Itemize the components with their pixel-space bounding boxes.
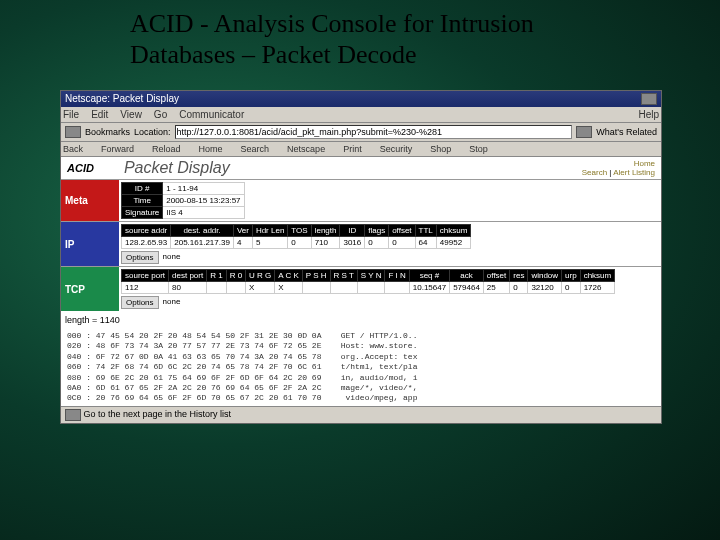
header-links: Home Search | Alert Listing [582,159,655,177]
related-label[interactable]: What's Related [596,127,657,137]
menu-view[interactable]: View [120,109,142,120]
nav-back[interactable]: Back [63,144,83,154]
nav-shop[interactable]: Shop [430,144,451,154]
page-title: Packet Display [124,159,230,177]
meta-table: ID #1 - 11-94 Time2000-08-15 13:23:57 Si… [121,182,245,219]
menu-bar: File Edit View Go Communicator Help [61,107,661,123]
nav-forward[interactable]: Forward [101,144,134,154]
tcp-label: TCP [61,267,119,311]
page-header: ACID Packet Display Home Search | Alert … [61,157,661,179]
tcp-options-value: none [159,296,185,309]
nav-toolbar: Back Forward Reload Home Search Netscape… [61,142,661,157]
status-icon [65,409,81,421]
nav-search[interactable]: Search [241,144,270,154]
menu-help[interactable]: Help [638,109,659,120]
menu-go[interactable]: Go [154,109,167,120]
meta-section: Meta ID #1 - 11-94 Time2000-08-15 13:23:… [61,179,661,221]
menu-edit[interactable]: Edit [91,109,108,120]
link-search[interactable]: Search [582,168,607,177]
acid-logo: ACID [67,162,94,174]
nav-stop[interactable]: Stop [469,144,488,154]
url-input[interactable] [175,125,573,139]
bookmarks-label[interactable]: Bookmarks [85,127,130,137]
nav-print[interactable]: Print [343,144,362,154]
nav-reload[interactable]: Reload [152,144,181,154]
tcp-options-label: Options [121,296,159,309]
window-titlebar: Netscape: Packet Display [61,91,661,107]
tcp-table: source portdest portR 1R 0U R GA C KP S … [121,269,615,294]
menu-communicator[interactable]: Communicator [179,109,244,120]
slide-title: ACID - Analysis Console for IntrusionDat… [0,0,720,74]
window-title: Netscape: Packet Display [65,93,179,105]
hex-dump: 000 : 47 45 54 20 2F 20 48 54 54 50 2F 3… [61,329,661,406]
status-bar: Go to the next page in the History list [61,406,661,423]
ip-options-value: none [159,251,185,264]
ip-section: IP source addrdest. addr.VerHdr LenTOSle… [61,221,661,266]
ip-label: IP [61,222,119,266]
location-label: Location: [134,127,171,137]
close-icon[interactable] [641,93,657,105]
bookmarks-icon[interactable] [65,126,81,138]
url-bar: Bookmarks Location: What's Related [61,123,661,142]
nav-home[interactable]: Home [199,144,223,154]
link-alert[interactable]: Alert Listing [613,168,655,177]
tcp-section: TCP source portdest portR 1R 0U R GA C K… [61,266,661,311]
browser-window: Netscape: Packet Display File Edit View … [60,90,662,424]
ip-options-label: Options [121,251,159,264]
ip-table: source addrdest. addr.VerHdr LenTOSlengt… [121,224,471,249]
status-text: Go to the next page in the History list [84,409,232,421]
meta-label: Meta [61,180,119,221]
payload-section: length = 1140 000 : 47 45 54 20 2F 20 48… [61,311,661,406]
nav-netscape[interactable]: Netscape [287,144,325,154]
payload-length: length = 1140 [61,311,661,329]
nav-security[interactable]: Security [380,144,413,154]
page-content: ACID Packet Display Home Search | Alert … [61,157,661,406]
related-icon[interactable] [576,126,592,138]
menu-file[interactable]: File [63,109,79,120]
link-home[interactable]: Home [634,159,655,168]
